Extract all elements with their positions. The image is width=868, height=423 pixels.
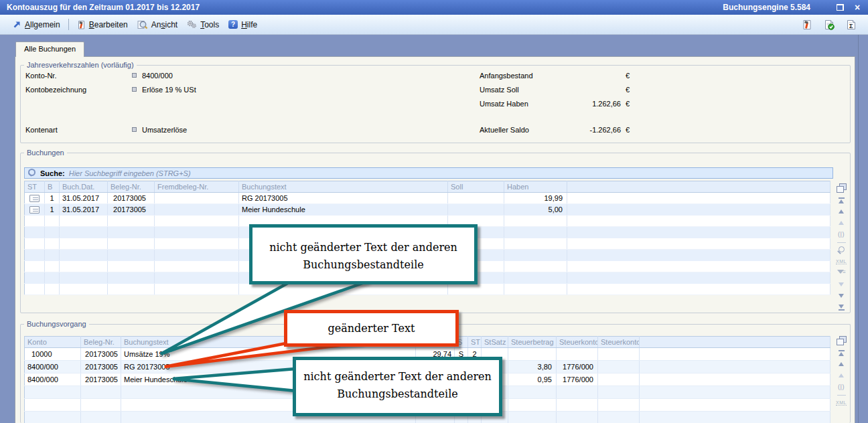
field-value: Erlöse 19 % USt bbox=[142, 86, 196, 94]
field-label: Konto-Nr. bbox=[25, 72, 56, 80]
scroll-top-icon[interactable] bbox=[835, 196, 847, 204]
cell-buchdat: 31.05.2017 bbox=[60, 204, 108, 216]
cell-steuerkonto2 bbox=[598, 348, 640, 361]
step-up-icon[interactable] bbox=[835, 371, 847, 379]
column-header-filler bbox=[640, 337, 830, 348]
cell-fremdbelegnr bbox=[155, 204, 239, 216]
bullet-icon bbox=[132, 73, 137, 78]
column-header-steuerkonto2[interactable]: Steuerkonto 2 bbox=[598, 337, 640, 348]
cell-st[interactable] bbox=[25, 204, 45, 216]
bullet-icon bbox=[132, 127, 137, 132]
column-header-st[interactable]: ST bbox=[25, 181, 45, 193]
column-header-belegnr[interactable]: Beleg-Nr. bbox=[81, 337, 121, 348]
brackets-icon[interactable] bbox=[835, 383, 847, 391]
app-version-label: Buchungsengine 5.584 bbox=[723, 3, 810, 12]
cell-belegnr: 20173005 bbox=[81, 373, 121, 386]
column-header-steuerbetrag[interactable]: Steuerbetrag bbox=[508, 337, 557, 348]
cell-belegnr: 20173005 bbox=[108, 204, 155, 216]
column-header-filler bbox=[567, 181, 830, 193]
restore-button[interactable] bbox=[835, 3, 845, 13]
column-header-steuerkonto1[interactable]: Steuerkonto 1 bbox=[557, 337, 598, 348]
split-booking-icon bbox=[29, 206, 40, 214]
cell-belegnr: 20173005 bbox=[81, 361, 121, 373]
xml-icon[interactable] bbox=[835, 399, 847, 407]
search-bar: Suche: bbox=[24, 167, 833, 179]
table-row[interactable]: 1 31.05.2017 20173005 RG 20173005 19,99 bbox=[25, 193, 830, 204]
column-header-konto[interactable]: Konto bbox=[25, 337, 81, 348]
column-header-b[interactable]: B bbox=[45, 181, 60, 193]
split-booking-icon bbox=[29, 195, 40, 202]
svg-text:Σ: Σ bbox=[849, 23, 853, 29]
cell-filler bbox=[640, 348, 830, 361]
search-icon bbox=[27, 169, 36, 177]
cell-st[interactable] bbox=[25, 193, 45, 204]
help-icon bbox=[228, 20, 238, 29]
column-header-buchdat[interactable]: Buch.Dat. bbox=[60, 181, 108, 193]
search-input[interactable] bbox=[69, 169, 833, 177]
document-tool-icon[interactable] bbox=[802, 19, 813, 30]
window-border bbox=[858, 35, 859, 423]
toolbar-separator bbox=[837, 395, 846, 396]
column-header-buchungstext[interactable]: Buchungstext bbox=[239, 181, 448, 193]
cell-filler bbox=[640, 361, 830, 373]
cell-buchdat: 31.05.2017 bbox=[60, 193, 108, 204]
arrow-up-right-icon bbox=[13, 20, 21, 29]
cell-belegnr: 20173005 bbox=[81, 348, 121, 361]
tab-alle-buchungen[interactable]: Alle Buchungen bbox=[15, 41, 84, 57]
scroll-top-icon[interactable] bbox=[835, 349, 847, 357]
field-value: 8400/000 bbox=[142, 72, 173, 80]
cell-filler bbox=[567, 204, 830, 216]
zoom-icon[interactable] bbox=[837, 246, 845, 254]
buchungsvorgang-toolbar bbox=[835, 335, 848, 407]
move-up-icon[interactable] bbox=[835, 207, 847, 216]
menu-bearbeiten[interactable]: Bearbeiten bbox=[72, 18, 133, 31]
table-header-row: ST B Buch.Dat. Beleg-Nr. Fremdbeleg-Nr. … bbox=[25, 181, 830, 193]
field-label: Aktueller Saldo bbox=[480, 126, 529, 134]
move-down-icon[interactable] bbox=[835, 292, 847, 300]
menu-hilfe[interactable]: Hilfe bbox=[224, 18, 262, 31]
cell-haben: 5,00 bbox=[504, 204, 567, 216]
menu-separator bbox=[68, 19, 69, 30]
field-value: Umsatzerlöse bbox=[142, 126, 187, 134]
table-row-empty[interactable] bbox=[25, 284, 830, 295]
restore-icon bbox=[837, 4, 844, 11]
field-label: Umsatz Soll bbox=[480, 86, 519, 94]
scroll-bottom-icon[interactable] bbox=[835, 303, 847, 311]
cell-buchungstext: Meier Hundeschule bbox=[239, 204, 448, 216]
column-header-stsatz[interactable]: StSatz bbox=[482, 337, 508, 348]
cell-steuerkonto2 bbox=[598, 361, 640, 373]
menu-allgemein[interactable]: Allgemein bbox=[8, 18, 65, 31]
column-header-haben[interactable]: Haben bbox=[504, 181, 567, 193]
column-header-belegnr[interactable]: Beleg-Nr. bbox=[108, 181, 155, 193]
cell-haben: 19,99 bbox=[504, 193, 567, 204]
field-label: Umsatz Haben bbox=[480, 100, 528, 108]
cell-steuerbetrag: 3,80 bbox=[508, 361, 557, 373]
search-label: Suche: bbox=[40, 169, 65, 177]
cell-steuerkonto1: 1776/000 bbox=[557, 373, 598, 386]
menu-ansicht[interactable]: Ansicht bbox=[133, 18, 182, 31]
callout-unchanged-text-bottom: nicht geänderter Text der anderen Buchun… bbox=[293, 357, 502, 416]
brackets-icon[interactable] bbox=[835, 230, 847, 238]
menu-tools[interactable]: Tools bbox=[182, 18, 224, 31]
cell-steuerbetrag bbox=[508, 348, 557, 361]
cell-steuerkonto1: 1776/000 bbox=[557, 361, 598, 373]
column-header-st[interactable]: ST bbox=[468, 337, 482, 348]
close-button[interactable]: × bbox=[852, 3, 863, 13]
copy-columns-icon[interactable] bbox=[837, 336, 847, 345]
table-row[interactable]: 1 31.05.2017 20173005 Meier Hundeschule … bbox=[25, 204, 830, 216]
step-down-icon[interactable] bbox=[835, 280, 847, 288]
buchungen-toolbar bbox=[835, 182, 848, 311]
column-header-soll[interactable]: Soll bbox=[448, 181, 504, 193]
copy-columns-icon[interactable] bbox=[837, 183, 847, 193]
step-up-icon[interactable] bbox=[835, 219, 847, 227]
group-title: Buchungsvorgang bbox=[24, 320, 89, 328]
column-header-fremdbelegnr[interactable]: Fremdbeleg-Nr. bbox=[155, 181, 239, 193]
document-check-icon[interactable] bbox=[824, 19, 835, 30]
cell-b: 1 bbox=[45, 204, 60, 216]
document-sum-icon[interactable]: Σ bbox=[846, 19, 857, 30]
cell-steuerbetrag: 0,95 bbox=[508, 373, 557, 386]
filter-icon[interactable] bbox=[837, 269, 846, 277]
bullet-icon bbox=[132, 87, 137, 92]
move-up-icon[interactable] bbox=[835, 360, 847, 368]
xml-icon[interactable] bbox=[835, 258, 847, 266]
